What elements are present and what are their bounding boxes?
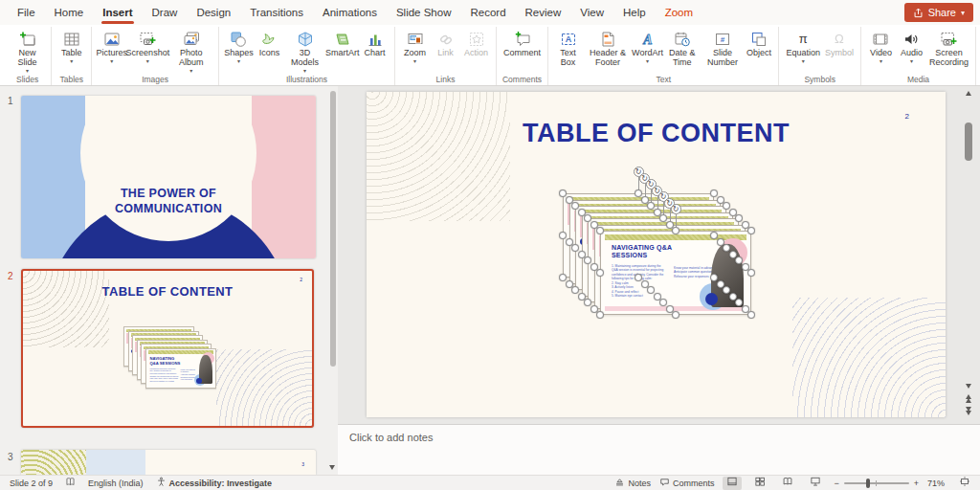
selection-handle[interactable]	[672, 311, 679, 319]
next-slide-button[interactable]	[962, 405, 975, 416]
rotation-handle[interactable]: ↻	[671, 204, 681, 214]
tab-insert[interactable]: Insert	[93, 0, 142, 25]
content-card-front[interactable]: NAVIGATING Q&A SESSIONS1. Maintaining co…	[600, 231, 751, 315]
selection-handle[interactable]	[596, 311, 604, 319]
selection-handle[interactable]	[571, 286, 579, 294]
ribbon-photo-album-button[interactable]: Photo Album▾	[168, 29, 213, 74]
share-button[interactable]: Share ▾	[904, 3, 973, 22]
selection-handle[interactable]	[735, 214, 743, 222]
selection-handle[interactable]	[559, 274, 567, 281]
slide-show-button[interactable]	[806, 477, 825, 490]
ribbon-header-footer-button[interactable]: Header & Footer	[584, 29, 632, 68]
selection-handle[interactable]	[596, 227, 604, 234]
ribbon-screen-recording-button[interactable]: Screen Recording	[927, 29, 970, 68]
scroll-up-button[interactable]	[962, 88, 975, 98]
selection-handle[interactable]	[571, 202, 579, 210]
slide-sorter-view-button[interactable]	[750, 477, 769, 490]
fit-slide-to-window-button[interactable]	[955, 477, 974, 490]
selection-handle[interactable]	[747, 311, 755, 319]
zoom-out-button[interactable]: −	[834, 479, 838, 488]
zoom-slider-thumb[interactable]	[866, 479, 870, 488]
thumbnail-scroll-down-button[interactable]	[326, 465, 338, 475]
ribbon-video-button[interactable]: Video▾	[866, 29, 896, 68]
tab-record[interactable]: Record	[460, 0, 515, 25]
selection-handle[interactable]	[647, 202, 655, 210]
tab-view[interactable]: View	[570, 0, 613, 25]
ribbon-chart-button[interactable]: Chart	[360, 29, 390, 74]
selection-handle[interactable]	[596, 269, 604, 277]
selection-handle[interactable]	[723, 286, 730, 294]
notes-toggle-button[interactable]: Notes	[614, 477, 651, 489]
ribbon-shapes-button[interactable]: Shapes▾	[224, 29, 254, 74]
selection-handle[interactable]	[710, 232, 718, 239]
selected-object-group[interactable]: NAVIGATING Q&A SESSIONS1. Maintaining co…	[563, 193, 764, 327]
selection-handle[interactable]	[735, 299, 743, 306]
language-button[interactable]: English (India)	[88, 479, 144, 488]
slide-thumbnail-3[interactable]: 3	[21, 450, 316, 475]
tab-help[interactable]: Help	[613, 0, 656, 25]
slide-thumbnail-1[interactable]: THE POWER OF COMMUNICATION	[21, 96, 316, 258]
zoom-in-button[interactable]: +	[914, 479, 919, 488]
tab-animations[interactable]: Animations	[313, 0, 387, 25]
selection-handle[interactable]	[584, 214, 591, 222]
ribbon-icons-button[interactable]: Icons	[255, 29, 284, 74]
tab-zoom[interactable]: Zoom	[656, 0, 702, 25]
comments-toggle-button[interactable]: Comments	[659, 477, 715, 489]
selection-handle[interactable]	[647, 286, 655, 294]
selection-handle[interactable]	[659, 214, 667, 222]
normal-view-button[interactable]	[723, 477, 742, 490]
scroll-down-button[interactable]	[962, 381, 975, 390]
selection-handle[interactable]	[747, 227, 755, 234]
selection-handle[interactable]	[710, 274, 718, 281]
ribbon-date-time-button[interactable]: Date & Time	[663, 29, 701, 68]
slide-thumbnail-2-selected[interactable]: TABLE OF CONTENT 2 NAVIGATING Q&A SESSIO…	[21, 269, 314, 428]
ribbon-object-button[interactable]: Object	[744, 29, 773, 68]
slide-title-text[interactable]: TABLE OF CONTENT	[367, 119, 946, 148]
slide-canvas[interactable]: TABLE OF CONTENT 2 NAVIGATING Q&A SESSIO…	[367, 92, 946, 417]
proofing-button[interactable]	[65, 477, 76, 489]
ribbon-3d-models-button[interactable]: 3D Models▾	[285, 29, 324, 74]
zoom-slider-track[interactable]	[844, 482, 909, 484]
selection-handle[interactable]	[735, 256, 743, 264]
tab-transitions[interactable]: Transitions	[240, 0, 313, 25]
selection-handle[interactable]	[635, 189, 642, 197]
notes-pane[interactable]: Click to add notes	[338, 424, 980, 475]
scrollbar-thumb[interactable]	[965, 122, 972, 161]
tab-home[interactable]: Home	[45, 0, 94, 25]
ribbon-wordart-button[interactable]: AWordArt▾	[633, 29, 662, 68]
selection-handle[interactable]	[559, 189, 567, 197]
ribbon-smartart-button[interactable]: SmartArt	[325, 29, 359, 74]
accessibility-button[interactable]: Accessibility: Investigate	[156, 477, 273, 489]
ribbon-slide-number-button[interactable]: #Slide Number	[702, 29, 743, 68]
tab-review[interactable]: Review	[516, 0, 571, 25]
reading-view-button[interactable]	[778, 477, 797, 490]
selection-handle[interactable]	[659, 299, 667, 306]
selection-handle[interactable]	[584, 299, 591, 306]
previous-slide-button[interactable]	[962, 392, 975, 404]
selection-handle[interactable]	[635, 274, 642, 281]
tab-draw[interactable]: Draw	[143, 0, 188, 25]
ribbon-new-slide-button[interactable]: New Slide▾	[9, 29, 46, 74]
selection-handle[interactable]	[723, 202, 730, 210]
ribbon-screenshot-button[interactable]: Screenshot▾	[127, 29, 167, 74]
selection-handle[interactable]	[710, 189, 718, 197]
notes-placeholder[interactable]: Click to add notes	[349, 432, 433, 443]
ribbon-table-button[interactable]: Table▾	[56, 29, 86, 64]
tab-design[interactable]: Design	[187, 0, 240, 25]
ribbon-text-box-button[interactable]: AText Box	[553, 29, 583, 68]
ribbon-audio-button[interactable]: Audio▾	[897, 29, 926, 68]
ribbon-comment-button[interactable]: Comment	[501, 29, 543, 58]
selection-handle[interactable]	[559, 232, 567, 239]
ribbon-equation-button[interactable]: πEquation▾	[784, 29, 822, 64]
zoom-level-label[interactable]: 71%	[927, 479, 947, 488]
selection-handle[interactable]	[723, 244, 730, 252]
selection-handle[interactable]	[747, 269, 755, 277]
selection-handle[interactable]	[584, 256, 591, 264]
ribbon-pictures-button[interactable]: Pictures▾	[97, 29, 126, 74]
selection-handle[interactable]	[672, 227, 679, 234]
tab-file[interactable]: File	[8, 0, 45, 25]
thumbnail-scrollbar[interactable]	[330, 91, 336, 367]
selection-handle[interactable]	[571, 244, 579, 252]
ribbon-zoom-button[interactable]: Zoom▾	[400, 29, 430, 64]
tab-slide-show[interactable]: Slide Show	[387, 0, 461, 25]
